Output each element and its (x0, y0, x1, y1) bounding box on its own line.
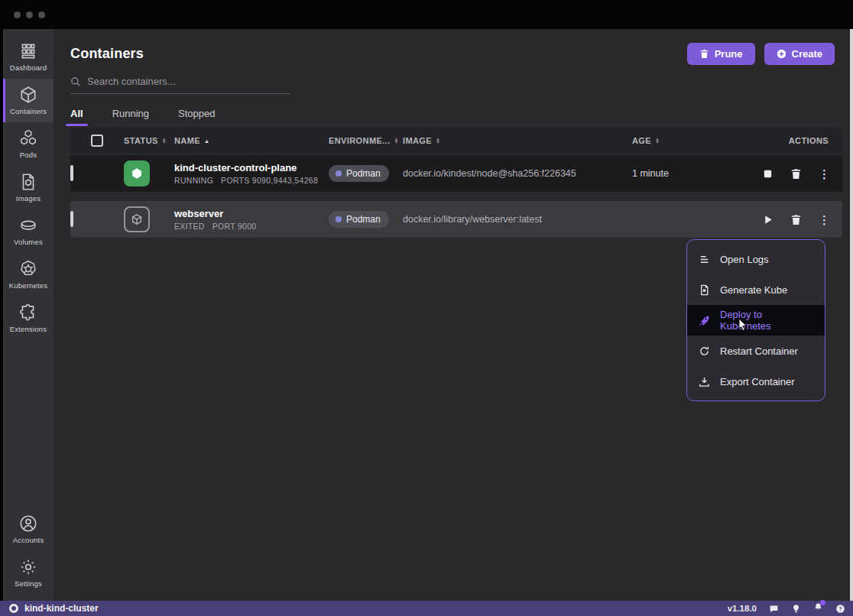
page-title: Containers (70, 46, 144, 62)
trash-icon (699, 49, 709, 59)
lightbulb-icon[interactable] (791, 604, 801, 614)
environment-badge: Podman (329, 211, 389, 228)
feedback-icon[interactable] (769, 604, 779, 614)
row-checkbox[interactable] (70, 211, 73, 227)
window-controls[interactable] (14, 11, 45, 18)
container-ports: PORT 9000 (212, 222, 257, 231)
minimize-window-icon[interactable] (26, 11, 33, 18)
create-button-label: Create (792, 48, 822, 60)
row-checkbox[interactable] (70, 165, 73, 181)
sidebar-item-label: Settings (15, 579, 42, 588)
sidebar-item-extensions[interactable]: Extensions (3, 297, 54, 340)
sidebar-item-label: Accounts (13, 536, 44, 544)
table-row[interactable]: webserver EXITED PORT 9000 Podman docker… (70, 201, 842, 238)
menu-item-restart-container[interactable]: Restart Container (687, 336, 825, 366)
column-header-age[interactable]: AGE (632, 136, 741, 145)
environment-label: Podman (346, 168, 381, 179)
search-input[interactable] (87, 76, 290, 87)
column-header-status[interactable]: STATUS (124, 136, 174, 145)
delete-container-icon[interactable] (790, 168, 802, 180)
app-version: v1.18.0 (728, 604, 757, 613)
sidebar-item-label: Containers (10, 107, 47, 115)
sidebar-item-label: Extensions (10, 325, 47, 333)
row-menu-icon[interactable]: ⋮ (819, 214, 830, 225)
tab-all[interactable]: All (70, 108, 83, 126)
column-label: STATUS (124, 136, 158, 145)
maximize-window-icon[interactable] (38, 11, 45, 18)
row-menu-icon[interactable]: ⋮ (819, 168, 830, 180)
kubernetes-icon (18, 259, 38, 279)
volumes-icon (18, 216, 38, 235)
column-label: IMAGE (403, 136, 432, 145)
container-state: RUNNING (174, 176, 213, 185)
notifications-button[interactable] (813, 602, 823, 614)
column-header-name[interactable]: NAME (174, 136, 329, 145)
search-bar[interactable] (70, 76, 290, 94)
tab-running[interactable]: Running (112, 108, 149, 126)
tab-stopped[interactable]: Stopped (178, 108, 215, 126)
prune-button[interactable]: Prune (687, 43, 755, 65)
container-image: docker.io/library/webserver:latest (403, 214, 632, 225)
column-header-actions: ACTIONS (741, 136, 842, 145)
column-header-environment[interactable]: ENVIRONME... (329, 136, 403, 145)
sidebar-item-label: Images (16, 194, 41, 203)
restart-icon (699, 345, 710, 357)
sidebar-item-label: Dashboard (10, 63, 47, 72)
tab-bar: All Running Stopped (70, 108, 845, 126)
sidebar-item-pods[interactable]: Pods (3, 122, 54, 166)
kube-context-button[interactable]: kind-kind-cluster (9, 603, 99, 614)
container-context-menu: Open Logs Generate Kube Deploy to Kubern… (686, 239, 825, 401)
container-status-exited-icon (124, 206, 150, 232)
start-container-icon[interactable] (762, 214, 774, 225)
images-icon (18, 172, 38, 192)
status-bar: kind-kind-cluster v1.18.0 ? (0, 601, 853, 616)
sidebar-item-dashboard[interactable]: Dashboard (3, 35, 54, 79)
titlebar (0, 0, 853, 29)
container-state: EXITED (174, 222, 205, 231)
environment-label: Podman (346, 214, 381, 225)
column-header-image[interactable]: IMAGE (403, 136, 632, 145)
sidebar-item-accounts[interactable]: Accounts (3, 507, 54, 551)
prune-button-label: Prune (715, 48, 743, 60)
container-image: docker.io/kindest/node@sha256:f226345 (403, 168, 632, 179)
create-button[interactable]: Create (764, 43, 835, 65)
table-row[interactable]: kind-cluster-control-plane RUNNING PORTS… (70, 155, 842, 192)
dashboard-icon (18, 41, 38, 61)
table-header: STATUS NAME ENVIRONME... IMAGE (70, 128, 842, 154)
pods-icon (18, 128, 38, 148)
menu-item-generate-kube[interactable]: Generate Kube (687, 274, 825, 305)
podman-logo-icon (9, 604, 18, 613)
notification-dot (820, 600, 825, 605)
container-ports: PORTS 9090,9443,54268 (221, 176, 318, 185)
podman-dot-icon (336, 216, 342, 222)
container-name[interactable]: webserver (174, 208, 329, 219)
kube-file-icon (699, 284, 710, 296)
menu-item-label: Open Logs (720, 254, 769, 265)
sidebar-item-label: Pods (20, 151, 37, 159)
app-window: Dashboard Containers Pods (0, 0, 853, 616)
menu-item-open-logs[interactable]: Open Logs (687, 244, 825, 274)
sidebar-item-volumes[interactable]: Volumes (3, 209, 54, 253)
export-icon (699, 376, 710, 387)
sidebar-item-containers[interactable]: Containers (3, 79, 54, 122)
delete-container-icon[interactable] (790, 214, 802, 225)
sort-icon (162, 138, 167, 144)
containers-icon (18, 85, 38, 105)
sort-asc-icon (204, 138, 209, 144)
sidebar-item-label: Volumes (14, 238, 43, 246)
menu-item-deploy-to-kubernetes[interactable]: Deploy to Kubernetes (687, 305, 825, 336)
select-all-checkbox[interactable] (91, 135, 103, 147)
stop-container-icon[interactable] (762, 168, 774, 180)
sidebar-item-kubernetes[interactable]: Kubernetes (3, 253, 54, 297)
extensions-icon (18, 303, 38, 323)
menu-item-export-container[interactable]: Export Container (687, 366, 825, 397)
close-window-icon[interactable] (14, 11, 21, 18)
menu-item-label: Generate Kube (720, 284, 787, 296)
sidebar-item-settings[interactable]: Settings (3, 551, 54, 595)
help-icon[interactable]: ? (835, 604, 845, 614)
sidebar-item-images[interactable]: Images (3, 166, 54, 209)
container-name[interactable]: kind-cluster-control-plane (174, 162, 329, 173)
sort-icon (394, 138, 399, 144)
column-label: ACTIONS (789, 136, 829, 145)
sidebar: Dashboard Containers Pods (3, 29, 54, 601)
